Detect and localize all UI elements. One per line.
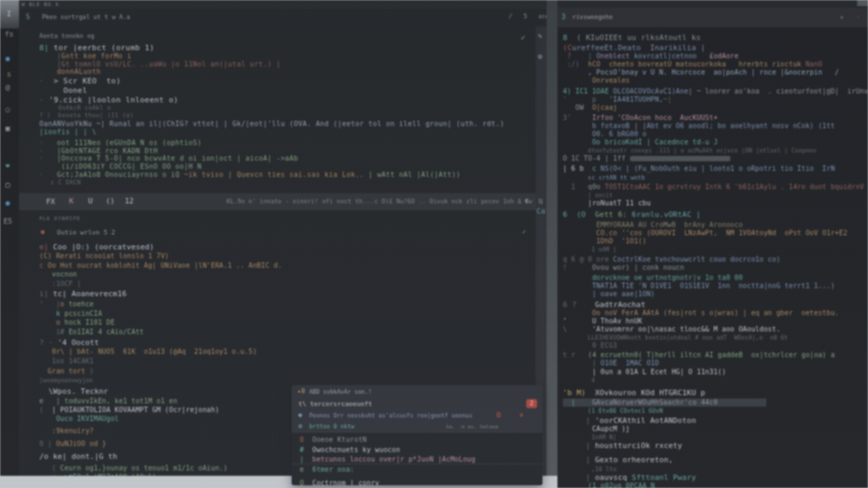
- popup-list[interactable]: 8 Ooeoe KturotN# Owochcnuets ky wuocon| …: [292, 432, 542, 485]
- code-line: ' U ThoAv hnUK: [563, 317, 868, 325]
- code-line: (CureffeeEt.Deato Inarikilia |: [563, 44, 868, 52]
- code-line: (1 Etv06 COvtoc1 GUvN: [563, 407, 868, 415]
- new-tab-icon[interactable]: +: [840, 14, 844, 20]
- code-line: c Oo Hot oucrat koblohit Ag| UNiVaoe |lN…: [39, 261, 533, 270]
- tab-bar: 3 rivswoegohe + ·: [557, 8, 868, 27]
- code-line: 4) IC1 1OAE OLCOACOVOcAvC1)Ane| ~ loorer…: [563, 87, 868, 96]
- edit-icon[interactable]: ✎: [538, 32, 542, 41]
- panel-header: PLK DYNMIPE: [39, 216, 81, 222]
- code-line: · |Onccova T 5-O| nco bcwvAte d oi ion|o…: [39, 155, 533, 163]
- square-icon[interactable]: ▢: [5, 180, 10, 189]
- extensions-icon[interactable]: E5: [3, 217, 12, 226]
- check-icon[interactable]: ✓: [521, 33, 526, 42]
- gear-icon[interactable]: ⚙: [538, 52, 542, 61]
- paren-icon[interactable]: (): [106, 197, 115, 205]
- blue-dot-icon[interactable]: ●: [5, 199, 10, 207]
- code-line: o hock I101 DE: [39, 318, 533, 327]
- code-line: 4: [563, 376, 868, 384]
- fx-icon[interactable]: FX: [46, 197, 55, 206]
- code-line: · |GbOtNTAGE rco KADN DtH: [39, 147, 533, 155]
- code-line: EMMYORAAA AU CroMwB brAny Aronooco: [563, 221, 868, 229]
- code-line: 1DhD '1O1(): [563, 237, 868, 245]
- code-line: | Gexto orheoreton,: [563, 456, 868, 464]
- code-line: :/) hCO cheeto bovreatU matoucorkoka hre…: [563, 60, 868, 68]
- code-line: ' |o toehce: [39, 300, 533, 308]
- u-icon[interactable]: U: [88, 197, 93, 205]
- code-line: t r (4 ecruethn0( T|herll iltcn AI gadde…: [563, 351, 868, 359]
- code-line: 8 Ooeoe KturotN: [300, 435, 542, 445]
- app-logo-icon[interactable]: I: [7, 9, 12, 18]
- code-panel-top[interactable]: Aenta tonokn og 8| tor |eerbct (orumb 1)…: [19, 26, 536, 193]
- editor-toolbar: KL.9o n' innate - oinori! ofi noct th...…: [19, 193, 536, 210]
- menu-bar[interactable]: W BLE BO X: [19, 0, 547, 9]
- window-corner: [857, 0, 868, 6]
- code-line: e| Coo |O:) (oorcatvesed): [39, 243, 533, 251]
- collapse-chevron-icon[interactable]: ‹: [524, 195, 529, 205]
- code-line: donnALuoth: [39, 68, 533, 76]
- code-line: (1 o02uq 0PCAA N: [563, 482, 868, 488]
- files-icon[interactable]: fs: [5, 30, 14, 39]
- code-line: i# Eo1IAI 4 cAio/CAtt: [39, 327, 533, 336]
- code-line: | 6 b c NS(O< | (Fu_NobOuth eiu | looto1…: [563, 165, 868, 173]
- toolbar-text: KL.9o n' innate - oinori! ofi noct th...: [226, 198, 374, 205]
- code-line: 0r\ | bAt- NUO5 61K o1u13 (@Aq 21oq1oy1 …: [39, 347, 533, 356]
- error-circle-icon[interactable]: O: [496, 411, 501, 420]
- code-line: b fotavoB | |Abt ev O6 aoodl; bo aoelhya…: [563, 122, 868, 130]
- code-line: ? | Oneblect kovrcatl|cetnoo £odAore: [563, 52, 868, 60]
- code-line: |Gt tomnlO vsU/LC. ..uaWu |o 11Nol an(|u…: [39, 60, 533, 68]
- code-line: OanANVuoYkNu ~| Runal an il|(ChIG? vttot…: [39, 120, 533, 128]
- branch-icon: ◍: [298, 422, 302, 429]
- mention-icon[interactable]: @: [5, 83, 10, 92]
- title-strip: [557, 0, 868, 8]
- blue-dot-icon[interactable]: ●: [5, 54, 10, 63]
- tab-title[interactable]: Pkeo surtrgal ut t w A.a: [42, 14, 130, 20]
- box-icon[interactable]: ▣: [5, 124, 10, 133]
- orange-icon[interactable]: s: [7, 70, 12, 79]
- code-line: | oncit: [563, 191, 868, 199]
- code-line: e 6tmer ooa:: [300, 465, 542, 475]
- code-line: 1nAM N|: [563, 433, 868, 441]
- tab-split-icon[interactable]: /: [509, 13, 512, 20]
- code-line: · oot 111Neo (eGUnDA N os (ophtioS): [39, 139, 533, 147]
- code-line: |Gott koe forMo i: [39, 52, 533, 60]
- heart-icon[interactable]: ❤: [5, 161, 10, 170]
- code-line: · > Scr KEO to): [39, 77, 533, 85]
- code-line: | houstturciOk rxcety: [563, 442, 868, 450]
- code-line: Oonel: [39, 87, 533, 95]
- code-line: TNAT1A T1E 'N D1VE1 O1S1E1V 1nn noctta|n…: [563, 282, 868, 290]
- code-line: OW O|caaj: [563, 104, 868, 112]
- code-line: ' p 'IA481TUOHPN,~|: [563, 96, 868, 104]
- code-line: dtonfuteotr cnoxpi .111 | o acMuAAt oc|v…: [563, 146, 868, 155]
- tab-bar: S Pkeo surtrgal ut t w A.a / 5 ace: [19, 9, 547, 26]
- code-line: | O1OE 1MAC O1D: [563, 359, 868, 367]
- code-line: ,10 ltu: [563, 465, 868, 473]
- code-line: 0 ECG3: [563, 342, 868, 350]
- code-line: · Gct;JaA1o8 Onouciayrnso o iQ ~ik tviso…: [39, 171, 533, 179]
- circle-icon[interactable]: ○: [5, 105, 10, 114]
- list-icon[interactable]: 12: [125, 197, 134, 205]
- code-line: 8 ( KIuOIEEt uu rlksAtoutl ks: [563, 34, 868, 42]
- error-count-badge: 2: [526, 399, 537, 408]
- notification-popup[interactable]: ▸B ABD svbkAvAr son.! t\ tercorsrcaoeuof…: [292, 385, 542, 485]
- list-divider: [292, 464, 542, 464]
- code-line: , PocsO'bnay v U N. Hcorcoce ao|poAch | …: [563, 68, 868, 77]
- more-icon[interactable]: ·: [856, 14, 860, 20]
- status-text: Outio wrlvn 5 2: [57, 228, 115, 236]
- code-line: | 'oorCKAthil AotANDoton: [563, 417, 868, 425]
- code-line: 3' Irfoo 'COoAcon hoco AucKUUSt+: [563, 114, 868, 122]
- code-line: O Coctrnom | conry: [300, 479, 542, 485]
- code-line: · '9.cick |loolon lnloeent o): [39, 96, 533, 104]
- code-line: (i/iDO63iY COCCG| ESnO OO oo|H N: [39, 163, 533, 171]
- tab-title[interactable]: rivswoegohe: [572, 14, 613, 20]
- k-icon[interactable]: K: [69, 197, 74, 205]
- code-line: q 6 @ 0 ore CoctrlKoe tvnchouwcrlt couo …: [563, 256, 868, 264]
- code-line: 'b M) XOvkouroo KOd HTGRC1KU p: [563, 389, 868, 397]
- error-bell-icon[interactable]: ♦: [519, 411, 524, 419]
- popup-header: ABD svbkAvAr son.!: [309, 388, 372, 395]
- tab-more-icon[interactable]: 5: [524, 13, 527, 20]
- popup-row4-text: brttoo 0 nktw: [309, 423, 355, 430]
- check-icon[interactable]: ✓: [522, 228, 526, 235]
- code-line: \ 'Atuvomrnr oo|\nasac tlooc&& M aoo OAo…: [563, 325, 868, 333]
- toolbar-text-2: c O)£ Nu?6O .. Oivuk nck zli pocev 1oh Δ…: [374, 198, 532, 205]
- n-mark[interactable]: N: [538, 197, 543, 206]
